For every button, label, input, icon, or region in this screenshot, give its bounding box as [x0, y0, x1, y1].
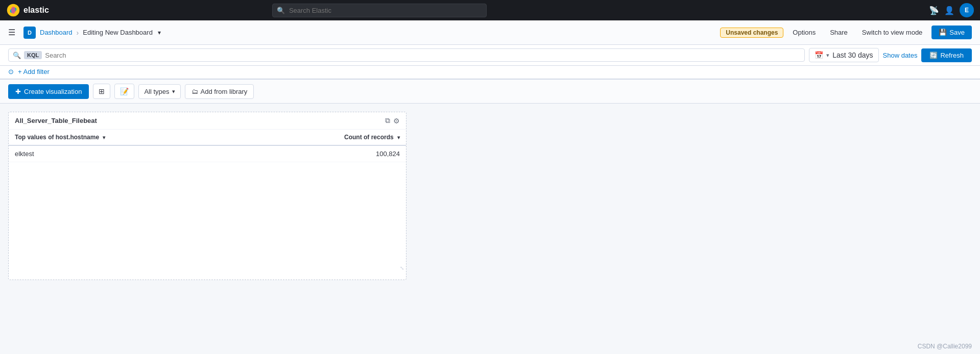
dashboard-canvas: All_Server_Table_Filebeat ⧉ ⚙ Top values…: [0, 104, 980, 345]
hamburger-menu-icon[interactable]: ☰: [8, 28, 15, 37]
search-input-wrapper[interactable]: 🔍 KQL: [8, 48, 805, 62]
breadcrumb-separator: ›: [77, 29, 79, 37]
breadcrumb-bar: ☰ D Dashboard › Editing New Dashboard ▾ …: [0, 20, 980, 45]
refresh-button[interactable]: 🔄 Refresh: [921, 48, 972, 62]
account-avatar[interactable]: E: [960, 3, 974, 17]
save-label: Save: [949, 29, 965, 36]
panel-resize-handle[interactable]: ⤡: [9, 264, 406, 272]
share-nav-icon[interactable]: 📡: [929, 6, 939, 15]
library-icon: 🗂: [192, 88, 198, 95]
column-hostname-sort-icon: ▾: [103, 135, 105, 140]
user-nav-icon[interactable]: 👤: [944, 6, 954, 15]
add-filter-button[interactable]: + Add filter: [18, 68, 50, 75]
save-button[interactable]: 💾 Save: [931, 26, 972, 39]
share-button[interactable]: Share: [825, 26, 853, 39]
search-query-input[interactable]: [45, 52, 800, 59]
refresh-label: Refresh: [940, 52, 964, 59]
show-dates-button[interactable]: Show dates: [883, 52, 918, 59]
global-search-input[interactable]: [272, 4, 487, 17]
filter-row: ⊙ + Add filter: [0, 66, 980, 80]
select-icon: ⊞: [99, 87, 105, 95]
breadcrumb-dashboard-link[interactable]: Dashboard: [40, 29, 73, 36]
calendar-icon: 📅: [815, 51, 823, 59]
global-search-bar[interactable]: 🔍: [272, 4, 487, 17]
search-query-icon: 🔍: [13, 52, 21, 59]
all-types-chevron-icon: ▾: [172, 88, 175, 95]
breadcrumb-actions: Unsaved changes Options Share Switch to …: [720, 26, 972, 39]
date-range-chevron-icon: ▾: [826, 52, 829, 59]
refresh-icon: 🔄: [929, 52, 938, 59]
date-range-picker[interactable]: 📅 ▾ Last 30 days: [809, 48, 878, 62]
unsaved-changes-badge: Unsaved changes: [720, 28, 783, 38]
dashboard-toolbar: ✚ Create visualization ⊞ 📝 All types ▾ 🗂…: [0, 80, 980, 104]
markdown-tool-button[interactable]: 📝: [114, 84, 134, 99]
table-row: elktest 100,824: [9, 145, 406, 162]
panel-title: All_Server_Table_Filebeat: [15, 117, 97, 124]
add-library-label: Add from library: [201, 88, 248, 95]
top-navigation: elastic 🔍 📡 👤 E: [0, 0, 980, 20]
save-icon: 💾: [939, 29, 947, 36]
resize-icon: ⤡: [400, 265, 404, 271]
cell-hostname: elktest: [9, 145, 248, 162]
create-viz-label: Create visualization: [24, 88, 82, 95]
all-types-dropdown[interactable]: All types ▾: [138, 84, 180, 99]
watermark: CSDN @Callie2099: [918, 343, 972, 345]
breadcrumb-current-page: Editing New Dashboard: [83, 29, 153, 36]
create-visualization-button[interactable]: ✚ Create visualization: [8, 84, 89, 99]
panel-all-server-table-filebeat: All_Server_Table_Filebeat ⧉ ⚙ Top values…: [8, 112, 407, 280]
kql-badge: KQL: [24, 51, 42, 59]
filter-icon: ⊙: [8, 68, 14, 75]
column-count[interactable]: Count of records ▾: [248, 130, 406, 145]
dashboard-avatar: D: [23, 27, 36, 39]
svg-point-2: [11, 7, 16, 14]
panel-settings-icon[interactable]: ⚙: [393, 117, 400, 125]
elastic-logo-text: elastic: [23, 6, 49, 15]
cell-count: 100,824: [248, 145, 406, 162]
breadcrumb-chevron-icon[interactable]: ▾: [158, 29, 161, 36]
panel-copy-icon[interactable]: ⧉: [385, 116, 390, 125]
column-hostname[interactable]: Top values of host.hostname ▾: [9, 130, 248, 145]
global-search-icon: 🔍: [277, 7, 285, 14]
select-tool-button[interactable]: ⊞: [93, 84, 110, 99]
panel-actions: ⧉ ⚙: [385, 116, 400, 125]
panel-header: All_Server_Table_Filebeat ⧉ ⚙: [9, 112, 406, 130]
add-from-library-button[interactable]: 🗂 Add from library: [185, 84, 254, 99]
plus-icon: ✚: [15, 88, 21, 95]
options-button[interactable]: Options: [787, 26, 821, 39]
column-count-label: Count of records: [344, 134, 394, 141]
column-hostname-label: Top values of host.hostname: [15, 134, 99, 141]
add-filter-label: + Add filter: [18, 68, 50, 75]
switch-view-mode-button[interactable]: Switch to view mode: [857, 26, 928, 39]
query-bar: 🔍 KQL 📅 ▾ Last 30 days Show dates 🔄 Refr…: [0, 45, 980, 66]
all-types-label: All types: [144, 88, 169, 95]
nav-icons-right: 📡 👤 E: [929, 3, 974, 17]
elastic-logo[interactable]: elastic: [6, 3, 49, 17]
panel-table: Top values of host.hostname ▾ Count of r…: [9, 130, 406, 162]
column-count-sort-icon: ▾: [397, 135, 400, 140]
text-icon: 📝: [120, 87, 129, 95]
date-range-label: Last 30 days: [832, 51, 873, 59]
table-header-row: Top values of host.hostname ▾ Count of r…: [9, 130, 406, 145]
